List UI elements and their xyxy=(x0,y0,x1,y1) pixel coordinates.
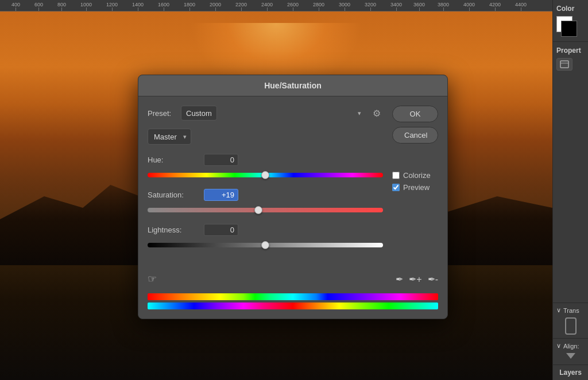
hue-label: Hue: xyxy=(148,156,199,164)
preset-row: Preset: Custom ⚙ xyxy=(148,106,383,121)
ruler-mark: 3000 xyxy=(339,2,350,11)
dialog-title: Hue/Saturation xyxy=(264,81,322,90)
color-section: Color xyxy=(553,0,588,42)
ruler-mark: 1600 xyxy=(158,2,169,11)
gear-button[interactable]: ⚙ xyxy=(370,107,383,120)
layers-section: Layers xyxy=(553,365,588,380)
triangle-icon xyxy=(566,353,575,359)
ruler-mark: 3400 xyxy=(390,2,402,11)
transform-section: ∨ Trans xyxy=(553,303,588,338)
hue-slider-header: Hue: xyxy=(148,154,383,166)
ruler-top: 400 600 800 1000 1200 1400 1600 1800 200… xyxy=(0,0,552,11)
saturation-value-input[interactable] xyxy=(204,189,238,201)
align-title: Align: xyxy=(563,343,579,350)
align-section: ∨ Align: xyxy=(553,338,588,365)
chevron-align-icon: ∨ xyxy=(556,342,561,350)
eyedropper-plus-icon[interactable]: ✒+ xyxy=(409,274,421,285)
lightness-slider-group: Lightness: xyxy=(148,224,383,251)
ruler-mark: 2800 xyxy=(313,2,324,11)
transform-title: Trans xyxy=(563,307,579,314)
hue-saturation-dialog: Hue/Saturation Preset: Custom ⚙ xyxy=(138,75,448,319)
lightness-slider-header: Lightness: xyxy=(148,224,383,236)
ruler-mark: 4400 xyxy=(515,2,527,11)
chevron-icon: ∨ xyxy=(556,307,561,314)
transform-header: ∨ Trans xyxy=(556,307,585,314)
preset-dropdown[interactable]: Custom xyxy=(181,106,217,121)
ruler-mark: 1000 xyxy=(80,2,92,11)
canvas-area: 400 600 800 1000 1200 1400 1600 1800 200… xyxy=(0,0,552,380)
preview-label[interactable]: Preview xyxy=(403,183,430,192)
hue-thumb[interactable] xyxy=(261,171,269,179)
align-header: ∨ Align: xyxy=(556,342,585,350)
ruler-mark: 1200 xyxy=(106,2,118,11)
properties-icon xyxy=(556,58,572,71)
hand-tool-icon[interactable]: ☞ xyxy=(148,273,157,285)
colorize-row: Colorize xyxy=(392,171,438,180)
saturation-thumb[interactable] xyxy=(254,206,262,214)
ruler-mark: 2400 xyxy=(261,2,273,11)
lightness-slider-track[interactable] xyxy=(148,243,383,247)
dialog-body: Preset: Custom ⚙ Master xyxy=(138,96,447,268)
ruler-mark: 2600 xyxy=(287,2,299,11)
ruler-mark: 3200 xyxy=(365,2,376,11)
ruler-mark: 800 xyxy=(57,2,66,11)
options-section: Colorize Preview xyxy=(392,171,438,195)
color-swatches[interactable] xyxy=(556,16,579,37)
color-bar-adjusted xyxy=(148,303,438,309)
dialog-container: Hue/Saturation Preset: Custom ⚙ xyxy=(138,75,448,319)
saturation-slider-track[interactable] xyxy=(148,208,383,212)
ruler-mark: 3600 xyxy=(413,2,425,11)
preview-row: Preview xyxy=(392,183,438,192)
lightness-label: Lightness: xyxy=(148,226,199,234)
eyedropper-icon[interactable]: ✒ xyxy=(396,274,403,285)
eyedropper-minus-icon[interactable]: ✒- xyxy=(428,274,438,285)
dialog-left: Preset: Custom ⚙ Master xyxy=(148,106,383,259)
chain-link-icon xyxy=(565,317,577,335)
foreground-color-swatch[interactable] xyxy=(561,21,577,37)
properties-svg-icon xyxy=(560,60,569,68)
color-bar-original xyxy=(148,293,438,300)
hue-slider-track[interactable] xyxy=(148,173,383,177)
ruler-mark: 3800 xyxy=(438,2,449,11)
toolbar-left: ☞ xyxy=(148,273,157,285)
color-bars xyxy=(138,290,447,319)
ruler-mark: 2200 xyxy=(235,2,247,11)
ruler-marks: 400 600 800 1000 1200 1400 1600 1800 200… xyxy=(0,0,552,11)
saturation-slider-header: Saturation: xyxy=(148,189,383,201)
ruler-mark: 4000 xyxy=(463,2,475,11)
channel-row: Master xyxy=(148,129,383,145)
lightness-value-input[interactable] xyxy=(204,224,238,236)
saturation-label: Saturation: xyxy=(148,191,199,199)
preset-select-wrapper: Custom xyxy=(181,106,366,121)
saturation-track-wrapper xyxy=(148,204,383,216)
ruler-mark: 4200 xyxy=(489,2,501,11)
right-panel: Color Propert ∨ Trans ∨ Align: Layers xyxy=(552,0,588,380)
hue-value-input[interactable] xyxy=(204,154,238,166)
dialog-toolbar: ☞ ✒ ✒+ ✒- xyxy=(138,268,447,290)
properties-section: Propert xyxy=(553,42,588,303)
ruler-mark: 1400 xyxy=(132,2,144,11)
color-panel-title: Color xyxy=(556,5,585,13)
lightness-track-wrapper xyxy=(148,239,383,251)
ruler-mark: 1800 xyxy=(184,2,195,11)
preset-label: Preset: xyxy=(148,109,176,118)
channel-dropdown[interactable]: Master xyxy=(148,129,191,145)
ruler-mark: 2000 xyxy=(210,2,221,11)
dialog-title-bar: Hue/Saturation xyxy=(138,75,447,96)
lightness-thumb[interactable] xyxy=(261,241,269,249)
ruler-mark: 600 xyxy=(34,2,43,11)
saturation-slider-group: Saturation: xyxy=(148,189,383,216)
svg-rect-0 xyxy=(560,61,568,68)
ok-button[interactable]: OK xyxy=(392,106,438,122)
colorize-label[interactable]: Colorize xyxy=(403,171,431,180)
properties-title: Propert xyxy=(556,46,585,55)
layers-label: Layers xyxy=(556,369,585,377)
preview-checkbox[interactable] xyxy=(392,184,400,191)
eyedropper-icons: ✒ ✒+ ✒- xyxy=(396,274,438,285)
ruler-mark: 400 xyxy=(11,2,20,11)
hue-slider-group: Hue: xyxy=(148,154,383,181)
colorize-checkbox[interactable] xyxy=(392,172,400,179)
channel-select-wrapper: Master xyxy=(148,129,191,145)
cancel-button[interactable]: Cancel xyxy=(392,127,438,144)
hue-track-wrapper xyxy=(148,169,383,181)
